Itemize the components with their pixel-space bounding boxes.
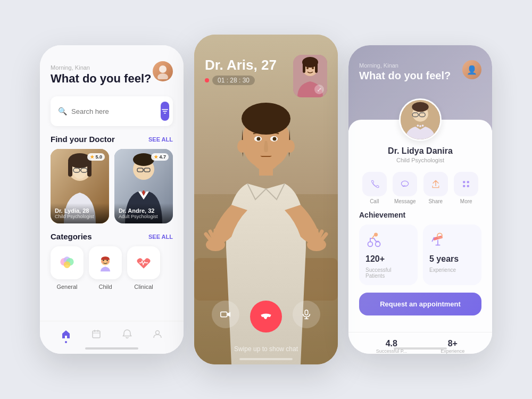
expand-icon[interactable]: ⤢ <box>314 85 324 94</box>
svg-rect-62 <box>315 62 318 73</box>
category-clinical[interactable]: Clinical <box>127 246 160 290</box>
ach-card-patients: 120+ Successful Patients <box>359 225 418 285</box>
phone-right: Morning, Kinan What do you feel? 👤 <box>348 45 492 354</box>
svg-point-77 <box>422 124 424 127</box>
video-toggle-button[interactable] <box>212 301 239 328</box>
ach-card-experience: 5 years Experience <box>423 225 481 285</box>
doctor-profile-image <box>399 98 442 141</box>
doctor-2-specialty: Adult Psychologist <box>119 214 169 219</box>
svg-point-57 <box>285 140 295 153</box>
nav-calendar[interactable] <box>91 329 102 343</box>
message-icon-circle <box>393 172 417 196</box>
action-message[interactable]: Message <box>393 172 417 204</box>
svg-line-49 <box>315 230 317 238</box>
ach-experience-number: 5 years <box>429 254 459 264</box>
doctor-1-specialty: Child Psychologist <box>55 214 105 219</box>
search-input[interactable] <box>71 107 161 115</box>
svg-point-64 <box>312 67 314 69</box>
doctor-profile-name: Dr. Lidya Danira <box>359 146 481 156</box>
right-avatar[interactable]: 👤 <box>462 60 481 79</box>
svg-rect-81 <box>463 185 465 187</box>
share-label: Share <box>428 198 443 204</box>
end-call-button[interactable] <box>250 301 282 332</box>
home-indicator-middle <box>239 358 293 360</box>
call-timer-text: 01 : 28 : 30 <box>212 76 255 85</box>
doctor-card-1[interactable]: ★ 5.0 Dr. Lydia, 28 Child Psychologist <box>51 149 109 223</box>
nav-bell[interactable] <box>122 329 132 343</box>
clinical-icon-wrap <box>127 246 160 279</box>
doctor-profile-specialty: Child Psychologist <box>359 157 481 163</box>
svg-rect-10 <box>68 161 72 177</box>
ach-patients-number: 120+ <box>365 254 385 264</box>
svg-point-29 <box>101 261 104 263</box>
doctor-1-name: Dr. Lydia, 28 <box>55 207 105 214</box>
call-controls <box>194 301 338 332</box>
find-doctor-header: Find your Doctor SEE ALL <box>40 135 184 149</box>
share-icon-circle <box>423 172 448 196</box>
svg-point-1 <box>157 73 168 79</box>
svg-point-52 <box>257 137 261 141</box>
svg-point-75 <box>417 124 419 127</box>
nav-home[interactable] <box>61 329 71 343</box>
category-child-label: Child <box>98 284 112 290</box>
svg-point-56 <box>237 140 247 153</box>
action-more[interactable]: More <box>454 172 478 204</box>
general-icon-wrap <box>51 246 84 279</box>
category-general[interactable]: General <box>51 246 84 290</box>
stat-rating: 4.8 Successful P... <box>376 339 407 354</box>
svg-rect-4 <box>164 113 166 114</box>
swipe-hint: Swipe up to show chat <box>194 345 338 353</box>
svg-point-0 <box>159 65 167 73</box>
categories-see-all[interactable]: SEE ALL <box>148 234 173 240</box>
svg-point-76 <box>419 125 421 127</box>
search-bar: 🔍 <box>51 96 173 126</box>
right-headline: What do you feel? <box>359 70 451 82</box>
find-doctor-title: Find your Doctor <box>51 135 115 144</box>
svg-rect-80 <box>467 181 469 183</box>
child-icon-wrap <box>89 246 122 279</box>
doctor-1-rating: ★ 5.0 <box>87 153 105 161</box>
svg-rect-11 <box>87 161 92 177</box>
doctor-card-2[interactable]: ★ 4.7 Dr. Andre, 32 Adult Psychologist <box>114 149 173 223</box>
svg-point-84 <box>368 242 372 246</box>
svg-rect-3 <box>163 111 167 112</box>
svg-point-83 <box>374 233 378 237</box>
ach-patients-icon <box>365 231 383 251</box>
patient-thumbnail[interactable]: ⤢ <box>293 55 327 97</box>
request-appointment-button[interactable]: Request an appointment <box>359 293 481 315</box>
svg-rect-31 <box>93 331 100 338</box>
action-buttons: Call Message <box>359 172 481 204</box>
call-icon-circle <box>362 172 387 196</box>
find-doctor-see-all[interactable]: SEE ALL <box>148 136 173 143</box>
svg-rect-82 <box>467 185 469 187</box>
mic-toggle-button[interactable] <box>293 301 320 328</box>
ach-experience-label: Experience <box>429 267 456 273</box>
svg-point-30 <box>107 261 110 263</box>
more-icon-circle <box>454 172 478 196</box>
bottom-stats: 4.8 Successful P... 8+ Experience <box>348 332 492 354</box>
avatar[interactable] <box>153 61 173 81</box>
ach-patients-label: Successful Patients <box>365 267 411 279</box>
doctor-2-name: Dr. Andre, 32 <box>119 207 169 214</box>
category-child[interactable]: Child <box>89 246 122 290</box>
action-call[interactable]: Call <box>362 172 387 204</box>
stat-exp-num: 8+ <box>448 339 458 348</box>
nav-profile[interactable] <box>152 329 163 343</box>
doctor-profile-card: Dr. Lidya Danira Child Psychologist Call <box>348 120 492 332</box>
svg-rect-2 <box>162 109 168 110</box>
call-label: Call <box>370 198 379 204</box>
categories-title: Categories <box>51 232 92 241</box>
filter-button[interactable] <box>161 102 169 121</box>
svg-point-25 <box>64 261 71 268</box>
achievement-cards: 120+ Successful Patients <box>359 225 481 285</box>
action-share[interactable]: Share <box>423 172 448 204</box>
doctor-2-rating: ★ 4.7 <box>151 153 169 161</box>
message-label: Message <box>394 198 416 204</box>
doctor-1-overlay: Dr. Lydia, 28 Child Psychologist <box>51 203 109 223</box>
ach-experience-icon <box>429 231 446 251</box>
svg-line-44 <box>215 230 217 238</box>
more-label: More <box>460 198 472 204</box>
category-clinical-label: Clinical <box>134 284 153 290</box>
svg-point-85 <box>376 242 380 246</box>
categories-row: General <box>40 246 184 290</box>
